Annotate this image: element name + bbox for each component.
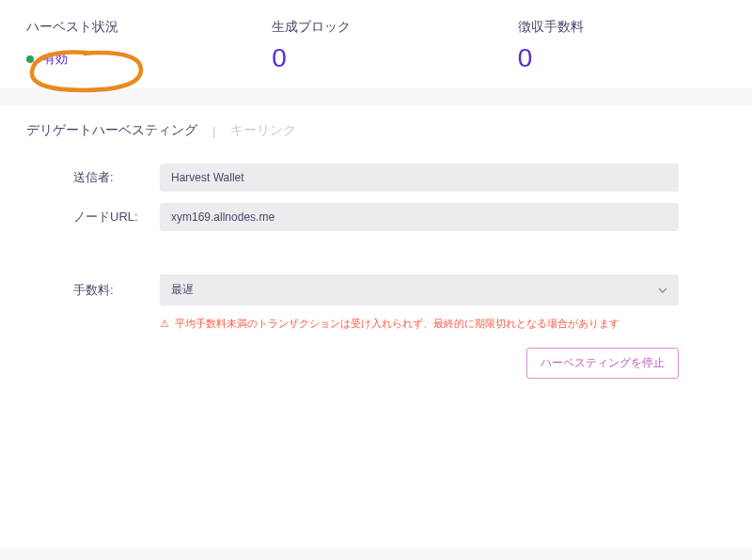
row-sender: 送信者: Harvest Wallet (73, 163, 679, 192)
stop-harvesting-button[interactable]: ハーベスティングを停止 (526, 348, 679, 379)
node-url-field[interactable]: xym169.allnodes.me (160, 203, 679, 231)
sender-label: 送信者: (73, 169, 160, 186)
sender-value: Harvest Wallet (171, 171, 244, 184)
tab-keylink[interactable]: キーリンク (230, 122, 296, 139)
status-row: 有効 (26, 51, 68, 68)
form-body: 送信者: Harvest Wallet ノードURL: xym169.allno… (26, 163, 726, 379)
fee-value: 最遅 (171, 283, 194, 296)
chevron-down-icon (658, 288, 667, 293)
warning-triangle-icon: ⚠ (160, 318, 169, 330)
tabs: デリゲートハーベスティング | キーリンク (26, 122, 726, 139)
node-url-value: xym169.allnodes.me (171, 210, 274, 224)
blocks-label: 生成ブロック (272, 19, 351, 36)
node-url-label: ノードURL: (73, 209, 160, 226)
panel-gap (0, 88, 752, 105)
fees-label: 徴収手数料 (518, 19, 584, 36)
stats-panel: ハーベスト状況 有効 生成ブロック 0 徴収手数料 0 (0, 0, 752, 88)
blocks-value: 0 (272, 45, 287, 71)
actions-row: ハーベスティングを停止 (73, 348, 679, 379)
fee-label: 手数料: (73, 282, 160, 299)
status-text: 有効 (43, 51, 68, 68)
fees-value: 0 (518, 45, 533, 71)
row-node-url: ノードURL: xym169.allnodes.me (73, 203, 679, 231)
tab-separator: | (212, 124, 215, 138)
stat-blocks: 生成ブロック 0 (234, 19, 479, 71)
fee-warning-text: 平均手数料未満のトランザクションは受け入れられず、最終的に期限切れとなる場合があ… (175, 317, 619, 331)
status-dot-icon (26, 55, 34, 63)
harvest-status-label: ハーベスト状況 (26, 19, 118, 36)
sender-field[interactable]: Harvest Wallet (160, 163, 679, 192)
stat-fees: 徴収手数料 0 (480, 19, 726, 71)
form-spacer (73, 242, 679, 274)
row-fee: 手数料: 最遅 (73, 274, 679, 305)
stat-harvest-status: ハーベスト状況 有効 (26, 19, 234, 71)
form-panel: デリゲートハーベスティング | キーリンク 送信者: Harvest Walle… (0, 105, 752, 547)
tab-delegated-harvesting[interactable]: デリゲートハーベスティング (26, 122, 197, 139)
fee-select[interactable]: 最遅 (160, 274, 679, 305)
fee-warning: ⚠ 平均手数料未満のトランザクションは受け入れられず、最終的に期限切れとなる場合… (160, 317, 679, 331)
